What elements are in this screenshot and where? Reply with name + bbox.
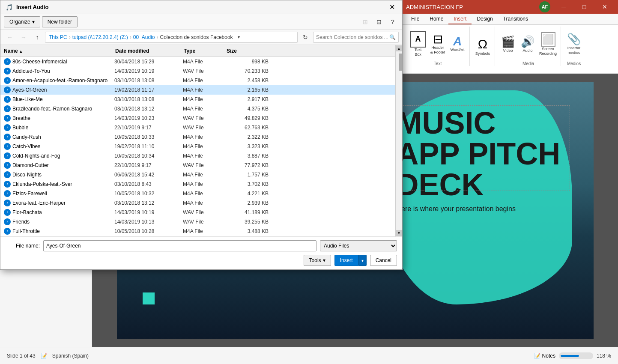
audio-button[interactable]: 🔊 Audio (518, 34, 537, 54)
search-input[interactable] (316, 34, 388, 40)
up-button[interactable]: ↑ (31, 31, 43, 43)
file-size: 77.972 KB (226, 162, 269, 168)
file-name: Bubble (12, 125, 114, 131)
file-list-container: Name Date modified Type Size ♪ 80s-Chees… (0, 45, 402, 236)
breadcrumb-tutpad[interactable]: tutpad (\\172.20.2.4) (Z:) (72, 34, 128, 40)
file-size: 2.917 KB (226, 96, 269, 102)
file-type: M4A File (183, 153, 226, 159)
table-row[interactable]: ♪ Ayes-Of-Green 19/02/2018 11:17 M4A Fil… (0, 85, 395, 95)
file-name: Blue-Like-Me (12, 96, 114, 102)
table-row[interactable]: ♪ Elzics-Farewell 10/05/2018 10:32 M4A F… (0, 189, 395, 198)
view-options-button[interactable]: ⊞ (359, 16, 371, 28)
refresh-button[interactable]: ↻ (299, 31, 311, 43)
view-toggle-button[interactable]: ⊟ (373, 16, 385, 28)
header-footer-button[interactable]: ⊟ Header& Footer (428, 32, 447, 56)
filetype-select[interactable]: Audio Files All Files (*.*) (320, 240, 397, 251)
restore-button[interactable]: □ (574, 0, 594, 14)
col-header-size[interactable]: Size (227, 48, 269, 54)
file-date: 03/10/2018 8:43 (114, 181, 183, 187)
table-row[interactable]: ♪ Bubble 22/10/2019 9:17 WAV File 62.763… (0, 123, 395, 132)
help-button[interactable]: ? (387, 16, 399, 28)
table-row[interactable]: ♪ Catch-Vibes 19/02/2018 11:10 M4A File … (0, 142, 395, 151)
breadcrumb-audio[interactable]: 00_Audio (133, 34, 155, 40)
tab-file[interactable]: File (406, 14, 424, 24)
tab-design[interactable]: Design (472, 14, 498, 24)
table-row[interactable]: ♪ Amor-en-Acapulco-feat.-Ramon-Stagnaro … (0, 76, 395, 85)
table-row[interactable]: ♪ Evora-feat.-Eric-Harper 03/10/2018 13:… (0, 198, 395, 208)
dialog-toolbar: Organize ▾ New folder ⊞ ⊟ ? (0, 14, 402, 30)
textbox-button[interactable]: A TextBox (409, 30, 427, 58)
table-row[interactable]: ♪ Candy-Rush 10/05/2018 10:33 M4A File 2… (0, 132, 395, 142)
table-row[interactable]: ♪ Addicted-To-You 14/03/2019 10:19 WAV F… (0, 66, 395, 76)
file-icon: ♪ (4, 58, 11, 65)
file-name: Catch-Vibes (12, 143, 114, 149)
search-icon: 🔍 (389, 34, 396, 40)
screen-recording-button[interactable]: ⬜ ScreenRecording (538, 31, 558, 57)
file-name: 80s-Cheese-Infomercial (12, 59, 114, 65)
notes-button[interactable]: 📝 Notes (534, 353, 555, 359)
file-size: 4.375 KB (226, 106, 269, 112)
scrollbar[interactable]: ▲ ▼ (395, 45, 402, 236)
table-row[interactable]: ♪ Diamond-Cutter 22/10/2019 9:17 WAV Fil… (0, 161, 395, 170)
video-button[interactable]: 🎬 Video (499, 34, 517, 54)
zoom-slider[interactable] (559, 352, 593, 359)
scroll-up-button[interactable]: ▲ (396, 45, 402, 51)
table-row[interactable]: ♪ Full-Throttle 10/05/2018 10:28 M4A Fil… (0, 227, 395, 236)
file-type: M4A File (183, 96, 226, 102)
file-date: 03/10/2018 13:12 (114, 200, 183, 206)
insert-dropdown-button[interactable]: ▾ (358, 255, 367, 266)
slide-subtitle: Here is where your presentation begins (397, 205, 568, 213)
file-size: 2.458 KB (226, 78, 269, 84)
breadcrumb-current[interactable]: Coleccion de sonidos Facebook (160, 34, 233, 40)
col-header-date[interactable]: Date modified (115, 48, 184, 54)
col-header-name[interactable]: Name (4, 48, 115, 54)
file-size: 1.757 KB (226, 172, 269, 178)
table-row[interactable]: ♪ Blue-Like-Me 03/10/2018 13:08 M4A File… (0, 95, 395, 104)
screen-recording-icon: ⬜ (541, 32, 555, 47)
file-date: 14/03/2019 10:23 (114, 115, 183, 121)
organize-button[interactable]: Organize ▾ (4, 16, 40, 27)
file-icon: ♪ (4, 190, 11, 197)
breadcrumb-dropdown-button[interactable]: ▾ (235, 33, 243, 42)
cancel-button[interactable]: Cancel (370, 255, 397, 266)
dialog-close-button[interactable]: ✕ (387, 2, 397, 12)
textbox-icon: A (410, 31, 426, 48)
new-folder-button[interactable]: New folder (42, 16, 78, 27)
symbols-button[interactable]: Ω Symbols (473, 36, 492, 57)
scroll-thumb[interactable] (399, 54, 403, 71)
filename-input[interactable] (43, 240, 316, 251)
table-row[interactable]: ♪ 80s-Cheese-Infomercial 30/04/2018 15:2… (0, 57, 395, 66)
breadcrumb-this-pc[interactable]: This PC (49, 34, 67, 40)
file-size: 3.488 KB (226, 228, 269, 234)
file-name: Candy-Rush (12, 134, 114, 140)
file-icon: ♪ (4, 77, 11, 84)
file-icon: ♪ (4, 143, 11, 150)
tab-transitions[interactable]: Transitions (498, 14, 533, 24)
insert-button[interactable]: Insert (334, 255, 358, 266)
table-row[interactable]: ♪ Cold-Nights-and-Fog 10/05/2018 10:34 M… (0, 151, 395, 161)
tab-home[interactable]: Home (424, 14, 448, 24)
insertar-medios-button[interactable]: 📎 Insertarmedios (564, 31, 583, 57)
wordart-button[interactable]: A WordArt (448, 34, 467, 54)
tab-insert[interactable]: Insert (448, 14, 472, 24)
table-row[interactable]: ♪ Breathe 14/03/2019 10:23 WAV File 49.8… (0, 113, 395, 123)
table-row[interactable]: ♪ Disco-Nights 06/06/2018 15:42 M4A File… (0, 170, 395, 179)
file-date: 19/02/2018 11:10 (114, 143, 183, 149)
ppt-close-button[interactable]: ✕ (595, 0, 615, 14)
file-name: Addicted-To-You (12, 68, 114, 74)
file-size: 3.702 KB (226, 181, 269, 187)
table-row[interactable]: ♪ Brazileando-feat.-Ramon-Stagnaro 03/10… (0, 104, 395, 113)
col-header-type[interactable]: Type (184, 48, 227, 54)
table-row[interactable]: ♪ Eklunda-Polska-feat.-Sver 03/10/2018 8… (0, 179, 395, 189)
filename-label: File name: (6, 243, 40, 249)
file-name: Cold-Nights-and-Fog (12, 153, 114, 159)
tools-button[interactable]: Tools ▾ (304, 255, 331, 266)
minimize-button[interactable]: ─ (554, 0, 573, 14)
file-type: M4A File (183, 200, 226, 206)
ppt-app-title: ADMINISTRACION FP (406, 4, 463, 10)
scroll-down-button[interactable]: ▼ (396, 230, 402, 236)
table-row[interactable]: ♪ Friends 14/03/2019 10:13 WAV File 39.2… (0, 217, 395, 227)
forward-button[interactable]: → (18, 31, 30, 43)
back-button[interactable]: ← (4, 31, 16, 43)
table-row[interactable]: ♪ Flor-Bachata 14/03/2019 10:19 WAV File… (0, 208, 395, 217)
